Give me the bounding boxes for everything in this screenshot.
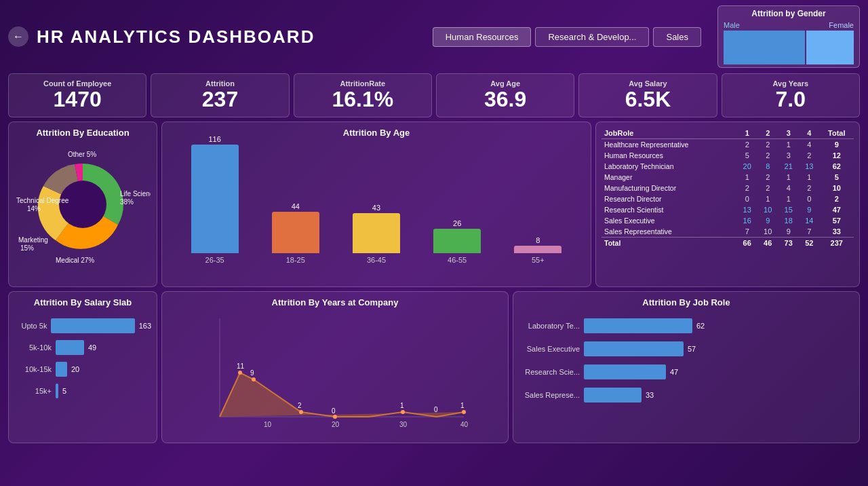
jobrole-bar-label: Sales Represe... (519, 391, 580, 399)
attrition-table: JobRole 1 2 3 4 Total Healthcare Represe… (601, 128, 854, 248)
salary-bar-track (56, 384, 58, 398)
table-cell-1: 0 (736, 193, 757, 204)
male-label: Male (724, 21, 740, 29)
jobrole-bar-label: Research Scie... (519, 368, 580, 376)
table-cell-4: 7 (799, 226, 820, 238)
table-cell-2: 2 (757, 150, 778, 161)
svg-text:40: 40 (460, 421, 469, 428)
svg-text:10: 10 (264, 421, 272, 428)
bar-rect (191, 145, 239, 253)
gender-bar-container (724, 31, 854, 64)
table-cell-3: 18 (778, 215, 799, 226)
table-cell-total: 57 (820, 215, 854, 226)
table-cell-2: 10 (757, 204, 778, 215)
svg-text:0: 0 (332, 407, 336, 415)
table-cell-role: Research Director (601, 193, 736, 204)
svg-text:Life Sciences: Life Sciences (120, 190, 151, 198)
bar-axis-label: 46-55 (448, 256, 467, 264)
salary-bar-label: 5k-10k (14, 343, 52, 352)
svg-point-0 (59, 181, 106, 228)
bar-value-label: 43 (372, 204, 380, 212)
salary-bar-Upto 5k: Upto 5k 163 (14, 318, 151, 333)
table-cell-3: 21 (778, 161, 799, 172)
salary-bar-10k-15k: 10k-15k 20 (14, 362, 151, 377)
table-cell-2: 8 (757, 161, 778, 172)
gender-bar-male (724, 31, 805, 64)
jobrole-bar-Laboratory Te...: Laboratory Te... 62 (519, 318, 854, 333)
kpi-attrition-rate: AttritionRate 16.1% (294, 73, 432, 117)
svg-text:11: 11 (237, 362, 245, 370)
salary-chart-title: Attrition By Salary Slab (14, 297, 151, 307)
bar-rect (272, 212, 319, 253)
table-header-3: 3 (778, 128, 799, 139)
gender-chart-title: Attrition by Gender (724, 9, 854, 18)
age-bar-55+: 8 55+ (514, 236, 561, 264)
kpi-avg-age: Avg Age 36.9 (436, 73, 574, 117)
age-bar-26-35: 116 26-35 (191, 135, 239, 264)
table-cell-3: 4 (778, 183, 799, 193)
table-cell-3: 1 (778, 139, 799, 151)
table-total-1: 66 (736, 238, 757, 249)
dept-tabs: Human Resources Research & Develop... Sa… (433, 27, 701, 47)
table-row: Laboratory Technician 20 8 21 13 62 (601, 161, 854, 172)
bar-axis-label: 36-45 (367, 256, 386, 264)
table-cell-4: 2 (799, 183, 820, 193)
tab-sales[interactable]: Sales (653, 27, 701, 47)
salary-bar-value: 20 (71, 365, 79, 373)
attrition-by-age-card: Attrition By Age 116 26-35 44 18-25 43 3… (161, 122, 591, 287)
bottom-row: Attrition By Salary Slab Upto 5k 163 5k-… (0, 291, 868, 447)
salary-bar-label: Upto 5k (14, 322, 47, 330)
table-row: Healthcare Representative 2 2 1 4 9 (601, 139, 854, 151)
back-button[interactable]: ← (8, 26, 28, 47)
education-chart-title: Attrition By Education (14, 128, 151, 138)
table-cell-1: 13 (736, 204, 757, 215)
table-cell-3: 15 (778, 204, 799, 215)
table-cell-2: 2 (757, 183, 778, 193)
table-cell-role: Healthcare Representative (601, 139, 736, 151)
table-header-jobrole: JobRole (601, 128, 736, 139)
table-cell-role: Sales Executive (601, 215, 736, 226)
svg-point-15 (333, 415, 337, 419)
table-row: Sales Executive 16 9 18 14 57 (601, 215, 854, 226)
bar-value-label: 8 (536, 236, 540, 244)
bar-axis-label: 18-25 (286, 256, 305, 264)
svg-text:38%: 38% (120, 198, 134, 206)
attrition-table-card: JobRole 1 2 3 4 Total Healthcare Represe… (595, 122, 860, 287)
jobrole-bar-label: Sales Executive (519, 345, 580, 353)
table-cell-total: 47 (820, 204, 854, 215)
table-cell-role: Laboratory Technician (601, 161, 736, 172)
table-row: Research Scientist 13 10 15 9 47 (601, 204, 854, 215)
table-total-total: 237 (820, 238, 854, 249)
table-cell-1: 2 (736, 139, 757, 151)
salary-bar-value: 5 (62, 387, 66, 395)
svg-text:1: 1 (460, 402, 465, 409)
kpi-avg-salary: Avg Salary 6.5K (578, 73, 717, 117)
kpi-attrition: Attrition 237 (151, 73, 289, 117)
table-cell-3: 9 (778, 226, 799, 238)
table-cell-1: 1 (736, 172, 757, 183)
table-cell-1: 5 (736, 150, 757, 161)
salary-bar-chart: Upto 5k 163 5k-10k 49 10k-15k 20 15k+ 5 (14, 312, 151, 412)
table-cell-2: 1 (757, 193, 778, 204)
table-header-2: 2 (757, 128, 778, 139)
gender-labels: Male Female (724, 21, 854, 29)
table-cell-total: 12 (820, 150, 854, 161)
table-cell-4: 14 (799, 215, 820, 226)
jobrole-bar-track (584, 388, 642, 403)
table-cell-role: Research Scientist (601, 204, 736, 215)
attrition-by-gender-widget: Attrition by Gender Male Female (717, 5, 860, 68)
table-cell-role: Manager (601, 172, 736, 183)
header: ← HR ANALYTICS DASHBOARD Human Resources… (0, 0, 868, 73)
tab-research-develop[interactable]: Research & Develop... (535, 27, 649, 47)
years-chart-title: Attrition By Years at Company (167, 297, 502, 307)
bar-rect (514, 246, 561, 253)
table-cell-role: Sales Representative (601, 226, 736, 238)
bar-axis-label: 26-35 (205, 256, 224, 264)
table-cell-2: 2 (757, 172, 778, 183)
tab-human-resources[interactable]: Human Resources (433, 27, 532, 47)
salary-bar-value: 49 (88, 343, 96, 352)
dashboard-title: HR ANALYTICS DASHBOARD (37, 26, 315, 48)
table-cell-3: 1 (778, 193, 799, 204)
svg-text:Medical 27%: Medical 27% (56, 257, 94, 264)
svg-text:9: 9 (250, 369, 254, 377)
